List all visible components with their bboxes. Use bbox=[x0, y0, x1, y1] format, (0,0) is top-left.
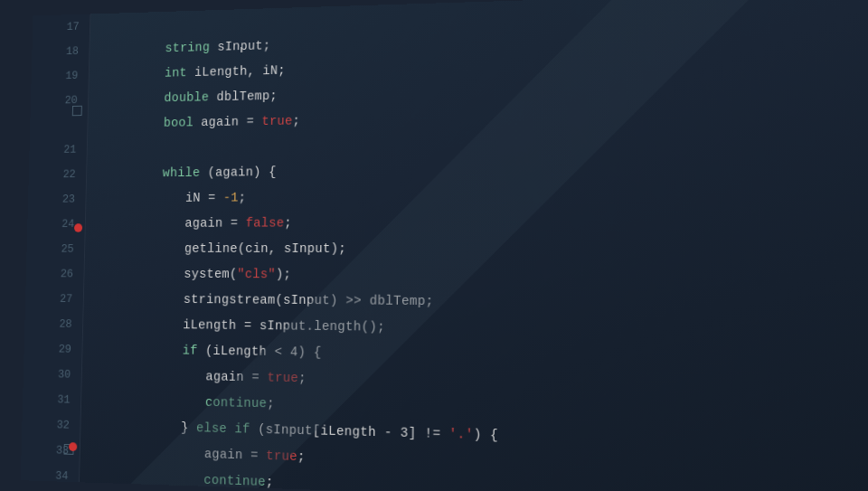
code-editor: 17 18 19 20 21 22 23 24 25 26 27 28 29 3… bbox=[21, 0, 868, 491]
gutter-numbers: 17 18 19 20 21 22 23 24 25 26 27 28 29 3… bbox=[33, 14, 91, 15]
code-line-25: system("cls"); bbox=[101, 235, 868, 263]
code-line-24: getline(cin, sInput); bbox=[102, 208, 868, 237]
code-line-23: again = false; bbox=[102, 180, 868, 211]
code-content: string sInput; int iLength, iN; double d… bbox=[80, 0, 868, 491]
